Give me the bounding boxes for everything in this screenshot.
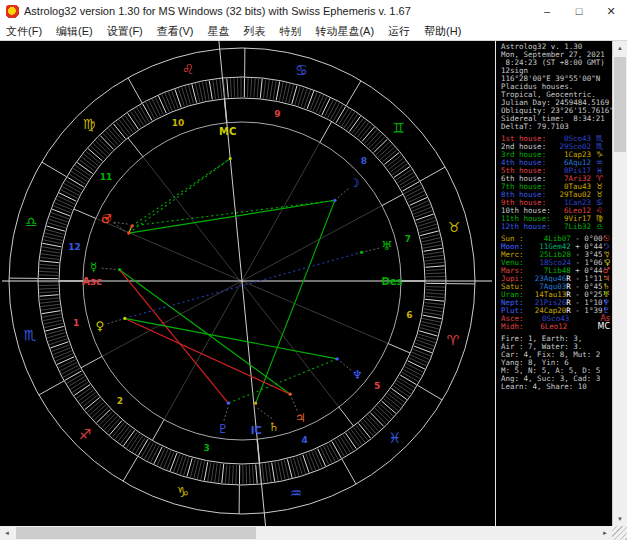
scroll-left-button[interactable]: ◄ <box>0 526 14 540</box>
vertical-scrollbar[interactable]: ▲ ▼ <box>612 41 627 526</box>
house-sign-icon: ♎ <box>591 223 603 231</box>
window-controls: – □ ✕ <box>531 0 627 22</box>
chart-area[interactable]: ♈♉♊♋♌♍♎♏♐♑♒♓123456789101112☉☽☿♀♂♃♄♅♆♇Asc… <box>0 41 495 526</box>
meridian-axis-line <box>213 41 270 526</box>
planet-position-value: 6Leo12 <box>527 323 567 331</box>
planet-degree-dot-uranus <box>360 251 363 254</box>
aspect-line-mercury-pluto <box>120 270 229 404</box>
menu-item-2[interactable]: 设置(F) <box>107 24 143 39</box>
aspect-line-sun-moon <box>132 200 335 226</box>
planet-degree-dot-mc <box>229 157 232 160</box>
planet-glyph-saturn: ♄ <box>268 420 279 434</box>
house-cusp-line <box>257 439 259 463</box>
planet-connector-jupiter <box>292 398 298 411</box>
planet-connector-pluto <box>224 407 228 421</box>
sidebar-header-line-10: DeltaT: 79.7103 <box>501 123 612 131</box>
horizontal-scroll-thumb[interactable] <box>16 527 256 539</box>
menu-item-4[interactable]: 星盘 <box>207 24 229 39</box>
menu-item-3[interactable]: 查看(V) <box>157 24 194 39</box>
menu-item-1[interactable]: 编辑(E) <box>56 24 93 39</box>
scroll-down-button[interactable]: ▼ <box>613 512 627 526</box>
house-cusp-line <box>74 209 96 218</box>
resize-grip[interactable] <box>612 526 627 540</box>
planet-degree-dot-jupiter <box>289 393 292 396</box>
bottom-bar: ◄ ► <box>0 526 627 540</box>
horizontal-scrollbar[interactable]: ◄ ► <box>0 526 612 540</box>
planet-degree-dot-sun <box>130 224 133 227</box>
menu-item-8[interactable]: 运行 <box>388 24 410 39</box>
planet-connector-moon <box>338 189 349 198</box>
sign-glyph-taurus: ♉ <box>448 219 461 235</box>
menu-item-5[interactable]: 列表 <box>243 24 265 39</box>
sign-glyph-gemini: ♊ <box>393 120 406 136</box>
planet-connector-venus <box>108 320 121 324</box>
house-axis-line <box>143 157 339 407</box>
house-cusp-line <box>388 344 410 353</box>
natal-wheel-chart: ♈♉♊♋♌♍♎♏♐♑♒♓123456789101112☉☽☿♀♂♃♄♅♆♇Asc… <box>0 41 495 526</box>
sign-boundary-line <box>417 385 442 400</box>
vertical-scroll-track[interactable] <box>613 55 627 512</box>
aspect-line-mars-mc <box>129 159 231 234</box>
planet-degree-dot-pluto <box>227 402 230 405</box>
planet-glyph-moon: ☽ <box>349 176 360 190</box>
scroll-right-button[interactable]: ► <box>598 526 612 540</box>
house-label: 12th house: <box>501 223 551 231</box>
planet-row-midh: Midh:6Leo12MC <box>501 323 612 331</box>
planet-degree-dot-mars <box>127 232 130 235</box>
aspect-line-sun-mc <box>132 159 230 226</box>
planet-latitude <box>567 323 597 331</box>
house-cusp-line <box>382 194 403 205</box>
sign-boundary-line <box>39 381 64 395</box>
sign-boundary-line <box>128 78 142 103</box>
sign-glyph-capricorn: ♑ <box>176 484 189 500</box>
house-number-5: 5 <box>374 381 380 391</box>
house-cusp-line <box>320 122 332 143</box>
sign-boundary-line <box>42 162 67 177</box>
house-number-4: 4 <box>302 435 308 445</box>
house-number-9: 9 <box>274 109 280 119</box>
sign-boundary-line <box>342 459 356 484</box>
minimize-button[interactable]: – <box>531 0 563 22</box>
sign-glyph-scorpio: ♏ <box>24 327 37 343</box>
house-row-12: 12th house:7Lib32♎ <box>501 223 612 231</box>
house-cusp-line <box>339 407 354 426</box>
menu-item-6[interactable]: 特别 <box>279 24 301 39</box>
sign-boundary-line <box>123 456 138 481</box>
planet-glyph-mercury: ☿ <box>90 260 97 274</box>
maximize-button[interactable]: □ <box>563 0 595 22</box>
planet-latitude: - 1°39' <box>571 307 603 315</box>
angle-label-des: Des <box>381 276 402 287</box>
aspect-line-venus-jupiter <box>125 318 290 394</box>
sign-glyph-aquarius: ♒ <box>290 485 303 501</box>
house-number-11: 11 <box>100 172 113 182</box>
horizontal-scroll-track[interactable] <box>14 526 598 540</box>
house-number-12: 12 <box>68 242 81 252</box>
sign-glyph-virgo: ♍ <box>83 116 96 132</box>
angle-label-ic: IC <box>251 425 262 436</box>
planet-glyph-pluto: ♇ <box>218 422 229 436</box>
menu-item-7[interactable]: 转动星盘(A) <box>315 24 374 39</box>
sign-boundary-line <box>420 167 445 181</box>
planet-connector-sun <box>114 222 129 224</box>
planet-glyph-mars: ♂ <box>101 212 112 226</box>
planet-icon: MC <box>598 323 613 331</box>
planet-connector-neptune <box>340 361 351 370</box>
house-number-3: 3 <box>204 443 210 453</box>
sign-boundary-line <box>346 81 361 106</box>
planet-degree-dot-moon <box>333 199 336 202</box>
sign-glyph-leo: ♌ <box>182 61 195 77</box>
menu-item-0[interactable]: 文件(F) <box>6 24 42 39</box>
close-button[interactable]: ✕ <box>595 0 627 22</box>
scroll-up-button[interactable]: ▲ <box>613 41 627 55</box>
aspect-line-neptune-pluto <box>228 359 337 403</box>
menu-item-9[interactable]: 帮助(H) <box>424 24 461 39</box>
app-window: Astrolog32 version 1.30 for MS Windows (… <box>0 0 627 540</box>
planet-connector-uranus <box>366 248 380 251</box>
planet-glyph-jupiter: ♃ <box>295 411 306 425</box>
content-area: ♈♉♊♋♌♍♎♏♐♑♒♓123456789101112☉☽☿♀♂♃♄♅♆♇Asc… <box>0 41 627 526</box>
angle-label-mc: MC <box>219 126 236 137</box>
vertical-scroll-thumb[interactable] <box>614 57 626 152</box>
stats-line-6: Learn: 4, Share: 10 <box>501 383 612 391</box>
house-number-7: 7 <box>405 234 411 244</box>
aspect-line-mercury-jupiter <box>120 270 291 395</box>
